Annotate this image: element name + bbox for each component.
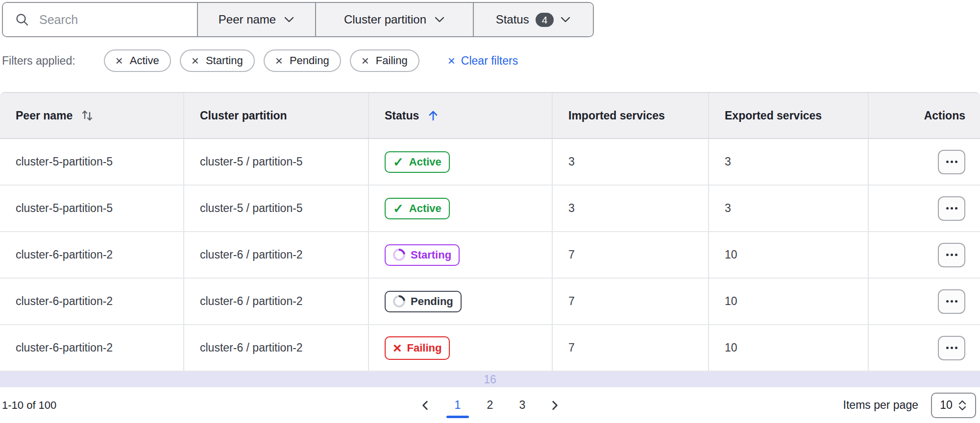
items-per-page: Items per page 10	[843, 387, 976, 423]
cell-peer-name: cluster-6-partition-2	[0, 325, 184, 371]
cell-actions	[869, 325, 980, 371]
column-header-status[interactable]: Status	[369, 93, 553, 138]
chip-label: Failing	[376, 54, 408, 67]
cell-status: Active	[369, 186, 553, 231]
filters-applied-label: Filters applied:	[2, 54, 75, 68]
search-input[interactable]	[39, 13, 187, 27]
column-header-imported-services: Imported services	[553, 93, 709, 138]
cell-exported-services: 3	[709, 139, 869, 185]
sort-asc-icon	[427, 109, 440, 122]
status-label: Active	[409, 202, 441, 215]
x-icon	[393, 341, 402, 355]
page-button-2[interactable]: 2	[478, 394, 502, 417]
cell-peer-name: cluster-6-partition-2	[0, 232, 184, 278]
row-actions-button[interactable]	[938, 243, 965, 267]
table-row: cluster-6-partition-2 cluster-6 / partit…	[0, 325, 980, 372]
cell-actions	[869, 279, 980, 324]
chip-remove-x-icon[interactable]: ×	[192, 54, 199, 67]
filter-chips: × Active × Starting × Pending × Failing	[104, 49, 419, 72]
table-row: cluster-6-partition-2 cluster-6 / partit…	[0, 279, 980, 325]
cell-cluster-partition: cluster-5 / partition-5	[184, 186, 369, 231]
sort-both-icon	[80, 109, 94, 122]
cell-exported-services: 10	[709, 232, 869, 278]
filter-chip-pending[interactable]: × Pending	[264, 49, 341, 72]
chevron-down-icon	[434, 16, 445, 23]
items-per-page-value: 10	[940, 399, 953, 412]
current-page-underline	[446, 416, 469, 418]
status-badge: Active	[385, 198, 450, 219]
filter-toolbar: Peer name Cluster partition Status 4	[2, 2, 594, 37]
status-label: Failing	[407, 342, 442, 354]
chip-remove-x-icon[interactable]: ×	[275, 54, 283, 67]
pagination-footer: 1-10 of 100 1 2 3 Items per page 10	[0, 387, 980, 423]
chip-label: Pending	[290, 54, 329, 67]
status-badge: Failing	[385, 336, 450, 360]
chip-remove-x-icon[interactable]: ×	[362, 54, 369, 67]
cell-status: Failing	[369, 325, 553, 371]
chip-remove-x-icon[interactable]: ×	[116, 54, 123, 67]
overflow-row-value: 16	[484, 373, 496, 386]
filter-peer-name-label: Peer name	[219, 13, 276, 26]
status-count-badge: 4	[536, 13, 554, 27]
next-page-button[interactable]	[543, 394, 566, 417]
status-label: Active	[409, 156, 441, 168]
row-actions-button[interactable]	[938, 336, 965, 360]
filter-peer-name-button[interactable]: Peer name	[197, 3, 315, 36]
spinner-icon	[391, 293, 408, 310]
chevron-left-icon	[419, 400, 431, 411]
table-row: cluster-5-partition-5 cluster-5 / partit…	[0, 139, 980, 186]
column-header-actions: Actions	[869, 93, 980, 138]
cell-cluster-partition: cluster-6 / partition-2	[184, 232, 369, 278]
cell-cluster-partition: cluster-5 / partition-5	[184, 139, 369, 185]
filter-chip-starting[interactable]: × Starting	[180, 49, 255, 72]
filter-chip-active[interactable]: × Active	[104, 49, 171, 72]
column-header-peer-name[interactable]: Peer name	[0, 93, 184, 138]
page-button-1[interactable]: 1	[446, 394, 469, 417]
page-button-3[interactable]: 3	[511, 394, 534, 417]
filter-status-button[interactable]: Status 4	[473, 3, 593, 36]
filter-cluster-partition-label: Cluster partition	[344, 13, 426, 26]
cell-peer-name: cluster-5-partition-5	[0, 139, 184, 185]
stepper-icon	[957, 399, 967, 412]
cell-cluster-partition: cluster-6 / partition-2	[184, 279, 369, 324]
cell-cluster-partition: cluster-6 / partition-2	[184, 325, 369, 371]
items-per-page-select[interactable]: 10	[931, 393, 976, 418]
items-per-page-label: Items per page	[843, 399, 918, 412]
chip-label: Starting	[206, 54, 243, 67]
overflow-row: 16	[0, 372, 980, 387]
search-icon	[15, 12, 29, 27]
ellipsis-icon	[946, 254, 957, 256]
pager: 1 2 3	[409, 387, 571, 423]
ellipsis-icon	[946, 347, 957, 349]
cell-imported-services: 3	[553, 139, 709, 185]
table-header: Peer name Cluster partition Status Impor…	[0, 92, 980, 139]
column-header-exported-services: Exported services	[709, 93, 869, 138]
cell-actions	[869, 139, 980, 185]
search-box[interactable]	[3, 3, 197, 36]
applied-filters-row: Filters applied: × Active × Starting × P…	[2, 49, 518, 72]
clear-filters-label: Clear filters	[461, 54, 518, 68]
status-badge: Starting	[385, 244, 460, 266]
prev-page-button[interactable]	[414, 394, 437, 417]
status-label: Pending	[411, 295, 453, 308]
clear-filters-x-icon: ×	[448, 54, 455, 67]
filter-cluster-partition-button[interactable]: Cluster partition	[315, 3, 473, 36]
cell-exported-services: 10	[709, 325, 869, 371]
cell-exported-services: 3	[709, 186, 869, 231]
pagination-range: 1-10 of 100	[2, 387, 56, 423]
cell-actions	[869, 232, 980, 278]
check-icon	[393, 156, 404, 168]
status-label: Starting	[411, 249, 451, 261]
table-row: cluster-6-partition-2 cluster-6 / partit…	[0, 232, 980, 279]
cell-exported-services: 10	[709, 279, 869, 324]
row-actions-button[interactable]	[938, 150, 965, 174]
cell-peer-name: cluster-5-partition-5	[0, 186, 184, 231]
chevron-right-icon	[549, 400, 561, 411]
cell-imported-services: 3	[553, 186, 709, 231]
spinner-icon	[391, 246, 408, 263]
row-actions-button[interactable]	[938, 289, 965, 314]
row-actions-button[interactable]	[938, 196, 965, 221]
chevron-down-icon	[560, 16, 571, 23]
filter-chip-failing[interactable]: × Failing	[350, 49, 419, 72]
clear-filters-button[interactable]: × Clear filters	[448, 54, 518, 68]
